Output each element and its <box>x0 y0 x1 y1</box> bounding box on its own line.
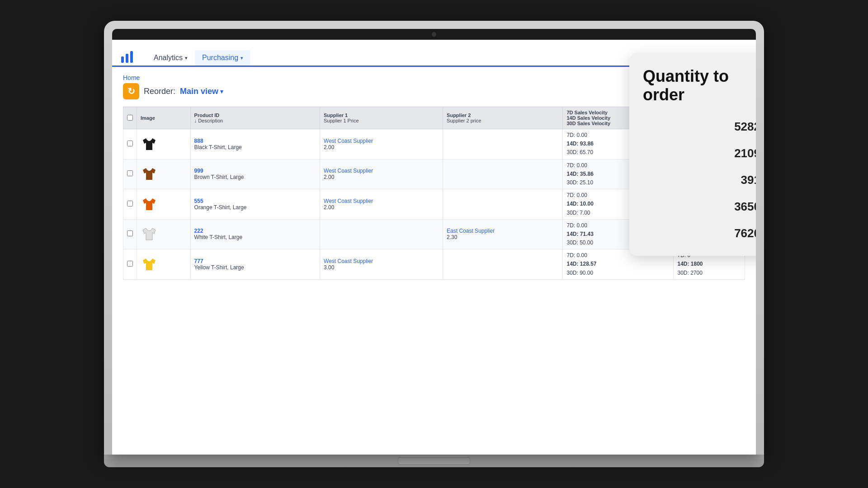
velocity-7d: 7D: 0.00 <box>566 222 587 229</box>
product-image <box>141 165 158 183</box>
row-checkbox[interactable] <box>127 201 133 206</box>
velocity-14d: 14D: 93.86 <box>566 141 593 147</box>
row-checkbox-cell <box>123 249 137 280</box>
product-id-link[interactable]: 555 <box>194 198 203 204</box>
row-supplier1-cell: West Coast Supplier 2.00 <box>320 129 443 160</box>
row-checkbox[interactable] <box>127 261 133 267</box>
velocity-7d: 7D: 0.00 <box>566 132 587 138</box>
th-image: Image <box>137 107 191 129</box>
product-id-link[interactable]: 777 <box>194 258 203 264</box>
row-checkbox-cell <box>123 159 137 189</box>
row-image-cell <box>137 159 191 189</box>
product-description: Brown T-Shirt, Large <box>194 174 244 180</box>
row-checkbox[interactable] <box>127 170 133 176</box>
laptop-bottom <box>104 455 764 467</box>
velocity-14d: 14D: 35.86 <box>566 171 593 177</box>
laptop-shell: Analytics ▾ Purchasing ▾ Home <box>104 21 764 455</box>
row-checkbox[interactable] <box>127 141 133 146</box>
reorder-symbol: ↻ <box>127 86 135 97</box>
velocity-14d: 14D: 128.57 <box>566 261 596 267</box>
supplier1-link[interactable]: West Coast Supplier <box>324 168 373 174</box>
row-supplier1-cell <box>320 219 443 249</box>
caret-icon: ▾ <box>220 88 223 95</box>
product-description: White T-Shirt, Large <box>194 234 243 240</box>
logo-bar-3 <box>130 51 133 63</box>
chevron-down-icon: ▾ <box>185 55 188 61</box>
tooltip-value-3: 391 <box>643 167 756 193</box>
row-product-id-cell: 999 Brown T-Shirt, Large <box>190 159 320 189</box>
logo-icon <box>121 51 133 63</box>
chevron-down-icon: ▾ <box>241 55 243 61</box>
th-supplier1: Supplier 1Supplier 1 Price <box>320 107 443 129</box>
product-image <box>141 256 158 273</box>
supplier1-link[interactable]: West Coast Supplier <box>324 258 373 264</box>
screen-bezel: Analytics ▾ Purchasing ▾ Home <box>112 29 756 455</box>
camera <box>432 32 436 37</box>
select-all-checkbox[interactable] <box>127 115 133 121</box>
row-supplier1-cell: West Coast Supplier 2.00 <box>320 159 443 189</box>
product-id-link[interactable]: 888 <box>194 138 203 144</box>
row-checkbox-cell <box>123 129 137 160</box>
product-id-link[interactable]: 999 <box>194 168 203 174</box>
view-selector[interactable]: Main view ▾ <box>180 87 223 96</box>
row-image-cell <box>137 129 191 160</box>
velocity-7d: 7D: 0.00 <box>566 162 587 169</box>
row-product-id-cell: 777 Yellow T-Shirt, Large <box>190 249 320 280</box>
tab-analytics[interactable]: Analytics ▾ <box>146 50 195 67</box>
tab-purchasing[interactable]: Purchasing ▾ <box>195 50 250 67</box>
row-supplier2-cell <box>443 159 563 189</box>
row-image-cell <box>137 189 191 220</box>
velocity-30d: 30D: 50.00 <box>566 239 593 246</box>
tooltip-title: Quantity to order <box>643 67 756 104</box>
product-description: Yellow T-Shirt, Large <box>194 264 244 271</box>
supplier1-price: 2.00 <box>324 144 334 150</box>
supplier2-link[interactable]: East Coast Supplier <box>447 228 495 234</box>
supplier1-price: 3.00 <box>324 264 334 271</box>
velocity-30d: 30D: 25.10 <box>566 179 593 186</box>
sales-14d: 14D: 1800 <box>677 261 703 267</box>
product-image <box>141 225 158 243</box>
row-image-cell <box>137 249 191 280</box>
row-supplier2-cell: East Coast Supplier 2.30 <box>443 219 563 249</box>
supplier1-price: 2.00 <box>324 174 334 180</box>
velocity-7d: 7D: 0.00 <box>566 252 587 258</box>
velocity-14d: 14D: 71.43 <box>566 231 593 237</box>
velocity-30d: 30D: 90.00 <box>566 270 593 276</box>
product-description: Orange T-Shirt, Large <box>194 204 247 211</box>
product-id-link[interactable]: 222 <box>194 228 203 234</box>
velocity-30d: 30D: 7.00 <box>566 210 590 216</box>
supplier1-link[interactable]: West Coast Supplier <box>324 138 373 144</box>
row-supplier1-cell: West Coast Supplier 2.00 <box>320 189 443 220</box>
screen: Analytics ▾ Purchasing ▾ Home <box>112 40 756 455</box>
row-supplier1-cell: West Coast Supplier 3.00 <box>320 249 443 280</box>
tooltip-values: 5282 2109 391 3650 7620 <box>643 113 756 247</box>
quantity-tooltip: Quantity to order 5282 2109 391 3650 762… <box>629 53 756 256</box>
row-image-cell <box>137 219 191 249</box>
th-supplier2: Supplier 2Supplier 2 price <box>443 107 563 129</box>
product-image <box>141 136 158 153</box>
row-checkbox[interactable] <box>127 230 133 236</box>
supplier2-price: 2.30 <box>447 234 457 240</box>
logo-bar-1 <box>121 56 124 63</box>
row-product-id-cell: 555 Orange T-Shirt, Large <box>190 189 320 220</box>
reorder-icon: ↻ <box>123 83 139 99</box>
velocity-30d: 30D: 65.70 <box>566 149 593 155</box>
tooltip-value-4: 3650 <box>643 193 756 220</box>
sales-30d: 30D: 2700 <box>677 270 702 276</box>
tab-analytics-label: Analytics <box>154 54 183 62</box>
logo-bar-2 <box>126 54 128 63</box>
tooltip-value-5: 7620 <box>643 220 756 247</box>
row-checkbox-cell <box>123 189 137 220</box>
product-description: Black T-Shirt, Large <box>194 144 242 150</box>
supplier1-link[interactable]: West Coast Supplier <box>324 198 373 204</box>
row-supplier2-cell <box>443 249 563 280</box>
row-supplier2-cell <box>443 189 563 220</box>
tooltip-value-2: 2109 <box>643 140 756 167</box>
tooltip-value-1: 5282 <box>643 113 756 140</box>
trackpad[interactable] <box>398 457 470 465</box>
supplier1-price: 2.00 <box>324 204 334 211</box>
row-product-id-cell: 222 White T-Shirt, Large <box>190 219 320 249</box>
logo <box>121 51 133 63</box>
row-supplier2-cell <box>443 129 563 160</box>
th-product-id: Product ID↓ Description <box>190 107 320 129</box>
